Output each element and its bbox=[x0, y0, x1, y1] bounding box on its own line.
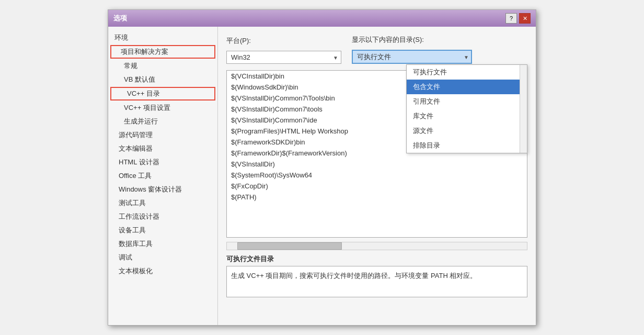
dialog-title: 选项 bbox=[113, 14, 127, 23]
sidebar-item-windows-forms[interactable]: Windows 窗体设计器 bbox=[108, 183, 217, 196]
hscroll-thumb[interactable] bbox=[237, 242, 342, 250]
platform-label: 平台(P): bbox=[226, 36, 341, 46]
sidebar-item-vb-defaults[interactable]: VB 默认值 bbox=[108, 73, 217, 86]
dropdown-item-include[interactable]: 包含文件 bbox=[407, 80, 527, 94]
sidebar-item-test-tools[interactable]: 测试工具 bbox=[108, 196, 217, 210]
sidebar-item-general[interactable]: 常规 bbox=[108, 59, 217, 73]
sidebar-item-vc-dirs[interactable]: VC++ 目录 bbox=[110, 87, 215, 100]
list-item[interactable]: $(SystemRoot)\SysWow64 bbox=[227, 170, 527, 181]
title-bar-buttons: ? ✕ bbox=[505, 13, 531, 24]
sidebar: 环境 项目和解决方案 常规 VB 默认值 VC++ 目录 VC++ 项目设置 生… bbox=[108, 27, 218, 325]
description-text: 生成 VC++ 项目期间，搜索可执行文件时使用的路径。与环境变量 PATH 相对… bbox=[231, 272, 477, 280]
platform-dropdown-wrapper: Win32 ▼ bbox=[226, 51, 341, 64]
description-box: 生成 VC++ 项目期间，搜索可执行文件时使用的路径。与环境变量 PATH 相对… bbox=[226, 266, 527, 297]
sidebar-item-html-designer[interactable]: HTML 设计器 bbox=[108, 155, 217, 169]
title-bar: 选项 ? ✕ bbox=[108, 10, 536, 27]
dropdown-item-library[interactable]: 库文件 bbox=[407, 109, 527, 124]
list-item[interactable]: $(VSInstallDir) bbox=[227, 159, 527, 170]
options-dialog: 选项 ? ✕ 环境 项目和解决方案 常规 VB 默认值 VC++ 目录 VC++… bbox=[108, 9, 536, 326]
dropdown-scrollbar[interactable] bbox=[520, 65, 527, 153]
dropdown-item-exclude[interactable]: 排除目录 bbox=[407, 138, 527, 153]
sidebar-item-database-tools[interactable]: 数据库工具 bbox=[108, 237, 217, 251]
sidebar-item-device-tools[interactable]: 设备工具 bbox=[108, 224, 217, 237]
description-section: 可执行文件目录 生成 VC++ 项目期间，搜索可执行文件时使用的路径。与环境变量… bbox=[226, 254, 527, 297]
sidebar-item-workflow-designer[interactable]: 工作流设计器 bbox=[108, 210, 217, 224]
sidebar-item-build-run[interactable]: 生成并运行 bbox=[108, 115, 217, 128]
platform-select[interactable]: Win32 bbox=[226, 51, 341, 64]
sidebar-item-text-templates[interactable]: 文本模板化 bbox=[108, 264, 217, 278]
content-area: 平台(P): Win32 ▼ 显示以下内容的目录(S): 可执行文件 bbox=[218, 27, 536, 325]
directory-type-label: 显示以下内容的目录(S): bbox=[352, 35, 472, 44]
dropdown-overlay: 可执行文件 包含文件 引用文件 库文件 源文件 排除目录 bbox=[406, 64, 527, 153]
list-item[interactable]: $(PATH) bbox=[227, 192, 527, 203]
sidebar-item-projects[interactable]: 项目和解决方案 bbox=[110, 45, 215, 59]
list-item[interactable]: $(FxCopDir) bbox=[227, 181, 527, 192]
directory-type-dropdown-wrapper: 可执行文件 ▼ bbox=[352, 50, 472, 64]
directory-type-select[interactable]: 可执行文件 bbox=[352, 50, 472, 64]
sidebar-item-office-tools[interactable]: Office 工具 bbox=[108, 169, 217, 183]
close-button[interactable]: ✕ bbox=[519, 13, 531, 24]
sidebar-section-header: 环境 bbox=[108, 31, 217, 44]
sidebar-item-source-control[interactable]: 源代码管理 bbox=[108, 128, 217, 142]
platform-control: 平台(P): Win32 ▼ bbox=[226, 36, 341, 64]
dropdown-item-executable[interactable]: 可执行文件 bbox=[407, 65, 527, 80]
sidebar-item-debug[interactable]: 调试 bbox=[108, 251, 217, 264]
controls-row: 平台(P): Win32 ▼ 显示以下内容的目录(S): 可执行文件 bbox=[226, 35, 527, 64]
sidebar-item-text-editor[interactable]: 文本编辑器 bbox=[108, 142, 217, 155]
horizontal-scrollbar[interactable] bbox=[226, 242, 527, 250]
description-header: 可执行文件目录 bbox=[226, 254, 527, 264]
dropdown-item-reference[interactable]: 引用文件 bbox=[407, 94, 527, 109]
directory-type-control: 显示以下内容的目录(S): 可执行文件 ▼ bbox=[352, 35, 472, 64]
dialog-body: 环境 项目和解决方案 常规 VB 默认值 VC++ 目录 VC++ 项目设置 生… bbox=[108, 27, 536, 325]
help-button[interactable]: ? bbox=[505, 13, 517, 24]
dropdown-item-source[interactable]: 源文件 bbox=[407, 124, 527, 138]
sidebar-item-vc-settings[interactable]: VC++ 项目设置 bbox=[108, 101, 217, 115]
